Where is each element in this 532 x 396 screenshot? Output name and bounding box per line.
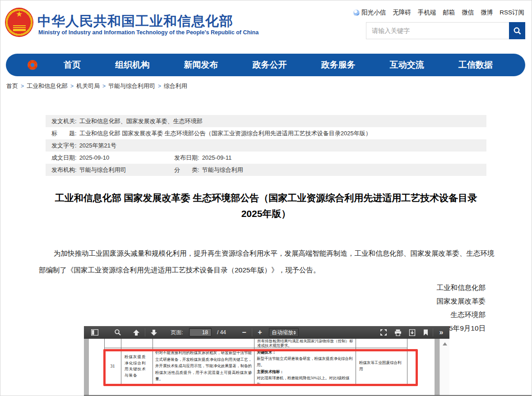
meta-row-title: 标 题:工业和信息化部 国家发展改革委 生态环境部公告（国家工业资源综合利用先进… [46, 127, 486, 139]
page-up-button[interactable] [131, 326, 141, 339]
zoom-mode-select[interactable]: 自动缩放 [269, 328, 299, 337]
nav-item-gov-affairs[interactable]: 政务公开 [252, 59, 287, 71]
breadcrumb-separator: > [21, 83, 24, 89]
meta-value: 节能与综合利用 [202, 166, 243, 173]
page-total-label: / 44 [215, 326, 228, 339]
toolbar-separator [145, 328, 145, 336]
quick-link-mobile[interactable]: 手机端 [418, 9, 436, 17]
meta-label: 标 题: [51, 130, 77, 137]
breadcrumb-separator: > [70, 83, 74, 89]
nav-item-organization[interactable]: 组织机构 [115, 59, 149, 71]
red-highlight-box [103, 349, 418, 386]
pdf-page: 所有排放检测结果均满足相关国家污染物排放（控制）标准或技术规范要求。 31 粉煤… [89, 339, 435, 395]
nav-item-data[interactable]: 工信数据 [458, 59, 493, 71]
meta-value: 2025-09-10 [79, 154, 110, 161]
meta-row-publisher: 发布机构:节能与综合利用司 分 类:节能与综合利用 [46, 164, 486, 176]
search-icon [513, 27, 522, 35]
toolbar-separator [433, 328, 433, 336]
quick-link-sunshine[interactable]: 阳光小信 [353, 9, 386, 17]
find-button[interactable] [113, 326, 123, 339]
header-quick-links: 阳光小信 无障碍 手机端 邮箱 微信 微博 RSS订阅 [353, 9, 524, 17]
zoom-mode-value: 自动缩放 [272, 329, 293, 336]
fullscreen-icon [380, 329, 387, 336]
quick-link-weibo[interactable]: 微博 [481, 9, 493, 17]
announcement-paragraph: 为加快推动工业固废源头减量和规模化利用，提升再生资源综合利用水平，发展高端智能再… [39, 245, 495, 278]
toolbar-separator [252, 328, 252, 336]
nav-items: 首页 组织机构 新闻发布 政务公开 政务服务 互动交流 工信数据 [64, 59, 493, 71]
signature-line: 工业和信息化部 [437, 281, 486, 295]
breadcrumb-separator: > [158, 83, 161, 89]
sidebar-toggle-icon [91, 329, 98, 336]
more-tools-button[interactable]: » [436, 326, 446, 339]
meta-label: 分 类: [174, 166, 199, 173]
breadcrumb-separator: > [102, 83, 106, 89]
bookmark-button[interactable] [421, 326, 430, 339]
zoom-in-button[interactable]: + [256, 326, 264, 339]
printer-icon [394, 329, 402, 336]
xiaoxin-mascot-icon [353, 9, 360, 16]
presentation-mode-button[interactable] [379, 326, 389, 339]
quick-link-rss[interactable]: RSS订阅 [500, 9, 524, 17]
minus-icon: − [242, 328, 246, 336]
pdf-viewer: 页面: / 44 − + 自动缩放 [84, 326, 449, 395]
meta-label: 发文机关: [51, 118, 77, 124]
download-icon [409, 329, 416, 336]
meta-value: 2025年第21号 [79, 142, 116, 149]
meta-value: 2025-09-11 [202, 154, 232, 161]
meta-value: 工业和信息化部 国家发展改革委 生态环境部公告（国家工业资源综合利用先进适用工艺… [79, 130, 371, 137]
miit-gear-icon [28, 60, 37, 70]
chevrons-right-icon: » [439, 328, 444, 336]
site-subtitle: Ministry of Industry and Information Tec… [38, 29, 259, 36]
meta-label: 发布机构: [51, 166, 77, 173]
arrow-up-icon [133, 329, 140, 336]
breadcrumb-home[interactable]: 首页 [6, 82, 18, 90]
print-button[interactable] [393, 326, 403, 339]
breadcrumb: 首页 > 工业和信息化部 > 机关司局 > 节能与综合利用司 > 综合利用 [6, 82, 187, 90]
page-number-input[interactable] [189, 328, 212, 336]
quick-link-accessibility[interactable]: 无障碍 [393, 9, 411, 17]
meta-row-dates: 成文日期:2025-09-10 发布日期:2025-09-11 [46, 152, 486, 164]
document-meta-table: 发文机关:工业和信息化部、国家发展改革委、生态环境部 标 题:工业和信息化部 国… [46, 115, 486, 176]
search-input[interactable] [366, 22, 509, 39]
main-nav: 首页 组织机构 新闻发布 政务公开 政务服务 互动交流 工信数据 [6, 54, 525, 76]
search-bar [366, 22, 525, 39]
meta-row-doc-number: 发文字号:2025年第21号 [46, 139, 486, 152]
search-button[interactable] [509, 22, 525, 39]
select-spinner-icon [293, 331, 296, 335]
nav-item-services[interactable]: 政务服务 [321, 59, 356, 71]
site-title: 中华人民共和国工业和信息化部 [37, 12, 233, 31]
pdf-scrollbar[interactable] [439, 339, 449, 395]
meta-label: 发布日期: [174, 154, 199, 161]
meta-value: 节能与综合利用司 [79, 166, 126, 173]
nav-item-interaction[interactable]: 互动交流 [390, 59, 424, 71]
breadcrumb-energy-dept[interactable]: 节能与综合利用司 [108, 82, 155, 90]
quick-link-label: 阳光小信 [361, 9, 386, 17]
meta-row-issuing-agency: 发文机关:工业和信息化部、国家发展改革委、生态环境部 [46, 115, 486, 127]
page-down-button[interactable] [149, 326, 159, 339]
nav-item-home[interactable]: 首页 [64, 59, 81, 71]
pdf-content-area: 所有排放检测结果均满足相关国家污染物排放（控制）标准或技术规范要求。 31 粉煤… [84, 339, 449, 395]
signature-line: 国家发展改革委 [437, 295, 486, 308]
page-title: 工业和信息化部 国家发展改革委 生态环境部公告（国家工业资源综合利用先进适用工艺… [46, 190, 486, 221]
meta-label: 成文日期: [51, 154, 77, 161]
nav-item-news[interactable]: 新闻发布 [184, 59, 218, 71]
star-icon: ★ [16, 10, 23, 18]
signature-line: 生态环境部 [437, 308, 486, 322]
national-emblem-logo[interactable]: ★ [5, 8, 33, 37]
page: ★ 中华人民共和国工业和信息化部 Ministry of Industry an… [0, 0, 532, 396]
plus-icon: + [258, 328, 262, 336]
sidebar-toggle-button[interactable] [90, 326, 100, 339]
quick-link-mail[interactable]: 邮箱 [443, 9, 455, 17]
zoom-out-button[interactable]: − [240, 326, 248, 339]
tiananmen-icon [13, 25, 26, 31]
breadcrumb-miit[interactable]: 工业和信息化部 [27, 82, 68, 90]
download-button[interactable] [407, 326, 417, 339]
pdf-toolbar: 页面: / 44 − + 自动缩放 [84, 326, 449, 339]
scroll-up-icon [443, 342, 447, 345]
meta-label: 发文字号: [51, 142, 77, 149]
breadcrumb-current[interactable]: 综合利用 [164, 82, 187, 90]
bookmark-icon [423, 329, 429, 336]
quick-link-wechat[interactable]: 微信 [462, 9, 474, 17]
page-number-label: 页面: [169, 326, 185, 339]
breadcrumb-departments[interactable]: 机关司局 [76, 82, 100, 90]
